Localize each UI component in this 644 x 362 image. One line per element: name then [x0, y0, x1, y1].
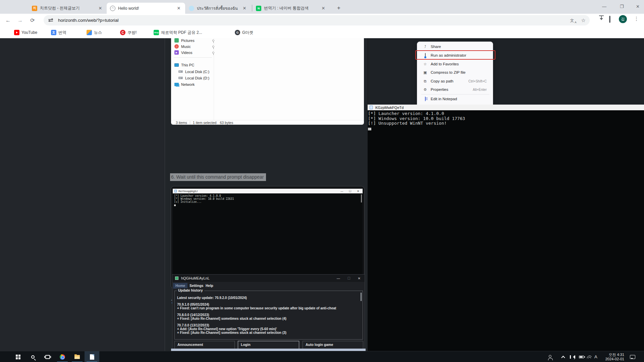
- launcher-app-icon: [175, 277, 178, 280]
- naver-favicon-icon: N: [256, 6, 261, 11]
- console-title-bar[interactable]: KGzpMwkFQeTd: [368, 105, 644, 110]
- tab-hello-world-active[interactable]: ◠ Hello world! ✕: [107, 3, 185, 14]
- window-restore-button[interactable]: ❐: [620, 4, 624, 9]
- people-tray-button[interactable]: [549, 351, 551, 362]
- menu-item-share: ⤴Share: [420, 43, 491, 50]
- site-settings-icon[interactable]: [48, 18, 54, 23]
- update-line: 70.8.0.0 (14/12/2023): [177, 313, 209, 317]
- tab-chit[interactable]: 치 치트닷컴 - 전체글보기 ✕: [29, 3, 107, 14]
- google-translate-icon: 文: [51, 30, 56, 35]
- bookmark-news[interactable]: 뉴스: [87, 29, 102, 36]
- close-icon: ✕: [357, 190, 359, 193]
- update-line: 70.7.0.0 (13/12/2023): [177, 323, 209, 327]
- menu-item-properties: ⚙Properties Alt+Enter: [420, 86, 491, 93]
- launcher-title-bar: hQGHuMEAyLnL — ☐ ✕: [172, 275, 365, 282]
- explorer-status-bar: 3 items 1 item selected 63 bytes: [171, 120, 364, 125]
- bookmark-youtube[interactable]: YouTube: [14, 29, 37, 36]
- chrome-icon: [60, 354, 65, 360]
- disk-c-icon: [178, 70, 183, 73]
- bookmark-blog-pdf[interactable]: blog 재료역학 PDF 공유 2...: [154, 29, 202, 36]
- wrench-icon: ⚙: [423, 87, 428, 92]
- bookmark-coupang[interactable]: C 쿠팡!: [120, 29, 137, 36]
- menu-item-run-as-administrator: Run as administrator: [420, 52, 491, 59]
- window-minimize-button[interactable]: —: [602, 4, 606, 9]
- taskbar-document-button[interactable]: [85, 351, 99, 362]
- taskbar-explorer-button[interactable]: [70, 351, 85, 362]
- update-line: + Fixed: [Auto Re-Channel] sometimes stu…: [177, 317, 286, 320]
- bookmark-translate[interactable]: 文 번역: [51, 29, 66, 36]
- tab-thai-orders[interactable]: ประวัติการสั่งซื้อของฉัน ✕: [185, 3, 251, 14]
- maximize-icon: ☐: [349, 190, 351, 193]
- thai-site-favicon-icon: [189, 6, 194, 11]
- disk-d-icon: [178, 77, 183, 79]
- reload-icon[interactable]: ⟳: [29, 16, 37, 24]
- cmd-title-bar: ReYhrvqqWgSJ — ☐ ✕: [173, 189, 363, 193]
- task-view-button[interactable]: [40, 351, 55, 362]
- url-text[interactable]: horizonth.com/web/?p=tutorial: [58, 18, 118, 23]
- shortcut-label: Alt+Enter: [473, 88, 487, 92]
- new-tab-button[interactable]: +: [335, 4, 343, 12]
- wifi-icon: [587, 356, 592, 358]
- window-close-button[interactable]: ✕: [636, 4, 640, 9]
- this-pc-icon: [174, 63, 179, 67]
- cmd-console-body: [*] Launcher version: 4.1.0.0 [*] Window…: [173, 193, 363, 287]
- taskbar-clock[interactable]: 오전 4:31 2024-02-01: [601, 351, 624, 362]
- update-line: + Fixed: [Auto Re-Channel] sometimes stu…: [177, 331, 286, 335]
- forward-icon[interactable]: →: [16, 16, 24, 24]
- bookmark-label: G마켓: [242, 30, 253, 36]
- update-history-label: Update history: [177, 288, 204, 292]
- bookmark-gmarket[interactable]: G G마켓: [235, 29, 253, 36]
- profile-avatar[interactable]: 김: [619, 15, 627, 23]
- clock-date: 2024-02-01: [605, 357, 624, 361]
- tray-expand-button[interactable]: [562, 351, 565, 362]
- cmd-app-icon: [174, 190, 177, 192]
- pin-icon: [212, 40, 214, 42]
- step6-heading: 6. Wait until this command prompt disapp…: [170, 173, 266, 181]
- tab-naver-translate[interactable]: N 번역기 : 네이버 통합검색 ✕: [253, 3, 330, 14]
- cmd-vertical-scrollbar: [361, 194, 362, 202]
- task-view-icon: [45, 355, 50, 359]
- tab-strip: 치 치트닷컴 - 전체글보기 ✕ ◠ Hello world! ✕ ประวัต…: [0, 0, 644, 14]
- windows-logo-icon: [16, 355, 20, 359]
- pictures-icon: [174, 38, 179, 43]
- tab-title: Hello world!: [118, 6, 173, 11]
- menu-item-compress-zip: ▣Compress to ZIP file: [420, 69, 491, 76]
- kebab-menu-icon[interactable]: ⋮: [634, 16, 639, 22]
- side-panel-icon[interactable]: [609, 16, 612, 22]
- music-icon: ♪: [174, 44, 179, 49]
- start-button[interactable]: [11, 351, 25, 362]
- console-text: [*] Launcher version: 4.1.0.0 [*] Window…: [368, 111, 465, 126]
- screenshot-bottom-strip: [171, 349, 366, 351]
- console-body: [*] Launcher version: 4.1.0.0 [*] Window…: [368, 110, 644, 351]
- back-icon[interactable]: ←: [4, 16, 12, 24]
- taskbar-chrome-button[interactable]: [55, 351, 70, 362]
- console-window-title: KGzpMwkFQeTd: [375, 106, 404, 110]
- bookmark-star-icon[interactable]: ☆: [581, 17, 586, 23]
- battery-button[interactable]: [579, 351, 584, 362]
- chevron-up-icon: [561, 356, 565, 359]
- action-center-button[interactable]: [630, 351, 635, 362]
- volume-button[interactable]: [571, 351, 575, 362]
- youtube-icon: [14, 30, 19, 35]
- share-icon: ⤴: [423, 45, 428, 49]
- tab-close-icon[interactable]: ✕: [320, 5, 326, 11]
- sidebar-item-videos: ▶ Videos: [174, 50, 192, 55]
- address-bar[interactable]: horizonth.com/web/?p=tutorial 文A ☆: [44, 15, 590, 25]
- translate-icon[interactable]: 文A: [570, 18, 576, 23]
- screen: 치 치트닷컴 - 전체글보기 ✕ ◠ Hello world! ✕ ประวัต…: [0, 0, 644, 362]
- update-history-scrollbar: [361, 293, 362, 301]
- tab-close-icon[interactable]: ✕: [176, 5, 182, 11]
- network-tray-button[interactable]: [587, 351, 592, 362]
- tab-close-icon[interactable]: ✕: [241, 5, 248, 11]
- menu-item-copy-as-path: ⧉Copy as path Ctrl+Shift+C: [420, 77, 491, 85]
- zip-folder-icon: ▣: [423, 70, 428, 75]
- tab-close-icon[interactable]: ✕: [97, 5, 103, 11]
- document-icon: [90, 354, 94, 360]
- taskbar: A 오전 4:31 2024-02-01: [0, 351, 644, 362]
- ime-indicator[interactable]: A: [594, 351, 597, 362]
- notification-icon: [630, 355, 635, 359]
- search-button[interactable]: [25, 351, 40, 362]
- sidebar-item-disk-d: Local Disk (D:): [178, 75, 209, 81]
- bookmark-label: 재료역학 PDF 공유 2...: [161, 30, 202, 36]
- update-line: + Fixed: can't run program in some compu…: [177, 306, 336, 310]
